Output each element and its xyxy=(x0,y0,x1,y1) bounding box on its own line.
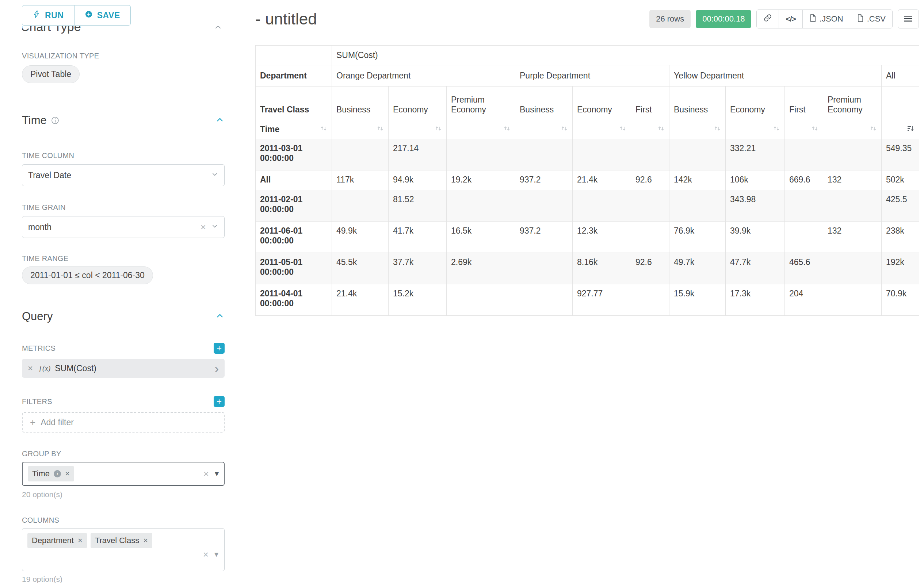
cell: 49.9k xyxy=(332,222,389,253)
chevron-down-icon[interactable]: ▾ xyxy=(214,550,218,558)
row-header: 2011-02-01 00:00:00 xyxy=(256,190,332,222)
save-button-label: SAVE xyxy=(97,11,120,20)
run-button[interactable]: RUN xyxy=(22,5,74,26)
sidebar-scroll-area: Chart Type VISUALIZATION TYPE Pivot Tabl… xyxy=(0,26,236,584)
department-axis-label: Department xyxy=(256,65,332,87)
export-json-button[interactable]: .JSON xyxy=(802,10,850,28)
columns-chip-label: Travel Class xyxy=(95,536,139,545)
sort-icon[interactable] xyxy=(811,125,818,134)
view-query-button[interactable]: </> xyxy=(779,10,802,28)
travel-class-header: Economy xyxy=(389,87,447,120)
department-header-row: Department Orange Department Purple Depa… xyxy=(256,65,919,87)
group-by-label: GROUP BY xyxy=(22,449,224,458)
sort-header-row: Time xyxy=(256,120,919,139)
collapse-chevron-up-icon[interactable] xyxy=(215,115,224,126)
time-column-select[interactable]: Travel Date xyxy=(22,164,224,186)
sort-icon[interactable] xyxy=(657,125,665,134)
link-icon xyxy=(763,13,772,25)
sort-icon[interactable] xyxy=(870,125,877,134)
chevron-up-icon[interactable] xyxy=(214,26,223,33)
cell: 425.5 xyxy=(882,190,919,222)
chart-title[interactable]: - untitled xyxy=(255,10,317,28)
columns-chip[interactable]: Department × xyxy=(27,533,87,548)
sort-desc-active-icon[interactable] xyxy=(906,125,914,134)
visualization-type-value[interactable]: Pivot Table xyxy=(22,65,79,83)
group-by-chip[interactable]: Time i × xyxy=(28,466,74,482)
cell: 8.16k xyxy=(573,253,631,285)
department-group-header: All xyxy=(882,65,919,87)
sort-icon[interactable] xyxy=(773,125,780,134)
chevron-down-icon xyxy=(211,222,218,232)
time-grain-select[interactable]: month × xyxy=(22,216,224,238)
explore-app: RUN SAVE Chart Type VISUALIZATION TYPE P… xyxy=(0,0,924,584)
copy-link-button[interactable] xyxy=(757,10,779,28)
cell: 92.6 xyxy=(631,253,670,285)
travel-class-header: Premium Economy xyxy=(447,87,515,120)
cell xyxy=(447,139,515,171)
chart-header: - untitled 26 rows 00:00:00.18 </> xyxy=(255,10,919,28)
cell: 549.35 xyxy=(882,139,919,171)
remove-chip-icon[interactable]: × xyxy=(143,536,148,545)
travel-class-header: First xyxy=(631,87,670,120)
columns-select[interactable]: Department × Travel Class × × ▾ xyxy=(22,528,224,571)
columns-chip[interactable]: Travel Class × xyxy=(91,533,152,548)
chevron-down-icon[interactable]: ▾ xyxy=(215,470,219,478)
clear-icon[interactable]: × xyxy=(203,550,208,559)
time-axis-label: Time xyxy=(260,125,279,134)
corner-cell xyxy=(256,46,332,65)
cell xyxy=(785,139,823,171)
travel-class-header xyxy=(882,87,919,120)
table-row: 2011-03-01 00:00:00 217.14 332.21 549.35 xyxy=(256,139,919,171)
group-by-chip-label: Time xyxy=(32,469,50,479)
clear-icon[interactable]: × xyxy=(203,469,209,479)
time-range-value[interactable]: 2011-01-01 ≤ col < 2011-06-30 xyxy=(22,267,153,285)
sort-icon[interactable] xyxy=(561,125,568,134)
fx-icon: ƒ(x) xyxy=(39,364,50,373)
cell: 343.98 xyxy=(726,190,785,222)
table-row: 2011-06-01 00:00:00 49.9k 41.7k 16.5k 93… xyxy=(256,222,919,253)
code-icon: </> xyxy=(785,15,795,23)
remove-chip-icon[interactable]: × xyxy=(78,536,82,545)
cell xyxy=(631,285,670,316)
cell: 669.6 xyxy=(785,171,823,190)
metric-option[interactable]: × ƒ(x) SUM(Cost) › xyxy=(22,359,224,378)
table-row: All 117k 94.9k 19.2k 937.2 21.4k 92.6 14… xyxy=(256,171,919,190)
time-range-label: TIME RANGE xyxy=(22,254,224,263)
sort-icon[interactable] xyxy=(714,125,721,134)
collapse-chevron-up-icon[interactable] xyxy=(215,311,224,322)
add-filter-button[interactable]: + Add filter xyxy=(22,412,224,433)
cell xyxy=(785,190,823,222)
export-json-label: .JSON xyxy=(820,14,843,24)
chevron-right-icon[interactable]: › xyxy=(215,362,219,375)
sort-cell xyxy=(573,120,631,139)
clear-icon[interactable]: × xyxy=(201,222,206,232)
export-csv-button[interactable]: .CSV xyxy=(850,10,892,28)
department-group-header: Orange Department xyxy=(332,65,515,87)
cell: 49.7k xyxy=(670,253,726,285)
cell: 41.7k xyxy=(389,222,447,253)
chart-controls: 26 rows 00:00:00.18 </> xyxy=(649,10,919,28)
remove-metric-icon[interactable]: × xyxy=(28,363,33,373)
group-by-select[interactable]: Time i × × ▾ xyxy=(22,462,224,486)
cell: 217.14 xyxy=(389,139,447,171)
sort-cell xyxy=(447,120,515,139)
add-filter-plus-button[interactable]: + xyxy=(214,396,224,407)
sort-icon[interactable] xyxy=(619,125,626,134)
add-metric-button[interactable]: + xyxy=(214,343,224,354)
cell xyxy=(573,139,631,171)
hamburger-menu-icon xyxy=(904,15,913,24)
lightning-icon xyxy=(33,10,41,20)
sort-icon[interactable] xyxy=(320,125,327,134)
cell: 192k xyxy=(882,253,919,285)
sort-icon[interactable] xyxy=(435,125,442,134)
row-count-badge: 26 rows xyxy=(649,10,691,28)
cell xyxy=(670,190,726,222)
cell xyxy=(823,285,882,316)
sort-icon[interactable] xyxy=(376,125,384,134)
save-button[interactable]: SAVE xyxy=(74,5,131,26)
sort-icon[interactable] xyxy=(503,125,511,134)
remove-chip-icon[interactable]: × xyxy=(65,470,70,478)
cell: 17.3k xyxy=(726,285,785,316)
cell: 132 xyxy=(823,171,882,190)
more-options-button[interactable] xyxy=(898,10,919,28)
